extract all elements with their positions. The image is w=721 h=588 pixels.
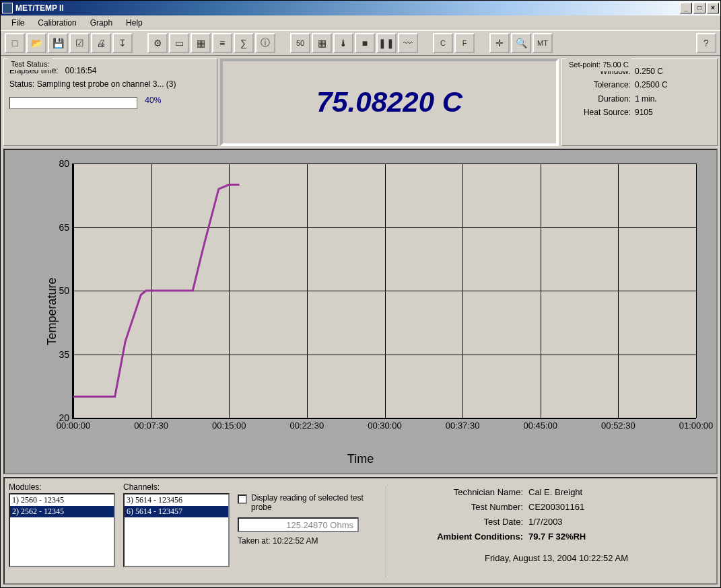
chart-ylabel: Temperature — [45, 277, 59, 345]
export-icon: ↧ — [118, 38, 127, 48]
chart-xtick: 00:07:30 — [134, 418, 168, 431]
test-status-title: Test Status: — [8, 59, 52, 70]
chart-xtick: 00:22:30 — [290, 418, 324, 431]
toolbar-thermo-button[interactable]: 🌡 — [333, 33, 353, 53]
grid-icon: ▦ — [318, 38, 327, 48]
progress-percent: 40% — [145, 96, 161, 105]
test-status-panel: Test Status: Elapsed time: 00:16:54 Stat… — [3, 59, 217, 146]
current-reading-value: 75.08220 C — [316, 86, 462, 118]
calc-icon: ∑ — [240, 38, 247, 48]
channels-label: Channels: — [123, 482, 230, 492]
progress-bar — [9, 97, 137, 109]
toolbar-zoom-button[interactable]: 🔍 — [511, 33, 531, 53]
test-info-column: Technician Name:Cal E. Breight Test Numb… — [401, 482, 712, 579]
heatsource-label: Heat Source: — [568, 106, 635, 119]
menu-help[interactable]: Help — [119, 17, 149, 29]
elapsed-value: 00:16:54 — [65, 66, 97, 75]
chart-xlabel: Time — [347, 452, 374, 466]
minimize-button[interactable]: _ — [680, 3, 692, 13]
pause-icon: ❚❚ — [378, 38, 394, 48]
titlebar: MET/TEMP II _ □ × — [1, 1, 720, 15]
setpoint-panel: Set-point: 75.00 C Window:0.250 C Tolera… — [561, 59, 718, 146]
toolbar-info-button[interactable]: ⓘ — [255, 33, 275, 53]
toolbar-strip-button[interactable]: ≡ — [212, 33, 232, 53]
toolbar-f-button[interactable]: F — [454, 33, 475, 53]
toolbar-print-button[interactable]: 🖨 — [91, 33, 111, 53]
testnumber-value: CE200301161 — [528, 500, 584, 515]
chart-ytick: 50 — [59, 285, 73, 296]
testnumber-label: Test Number: — [401, 500, 528, 515]
top-row: Test Status: Elapsed time: 00:16:54 Stat… — [3, 59, 718, 146]
menu-file[interactable]: File — [5, 17, 31, 29]
technician-value: Cal E. Breight — [528, 485, 582, 500]
config-icon: ⚙ — [153, 38, 162, 48]
thermo-icon: 🌡 — [339, 38, 348, 48]
toolbar-config-button[interactable]: ⚙ — [147, 33, 168, 53]
display-reading-checkbox[interactable] — [238, 494, 247, 504]
tray-icon: ▭ — [175, 38, 184, 48]
chart-ytick: 65 — [59, 222, 73, 233]
grid-s-icon: ▦ — [197, 38, 205, 48]
modules-listbox[interactable]: 1) 2560 - 123452) 2562 - 12345 — [9, 493, 115, 567]
testdate-label: Test Date: — [401, 515, 528, 529]
toolbar-pause-button[interactable]: ❚❚ — [376, 33, 397, 53]
status-text: Status: Sampling test probe on channel 3… — [9, 78, 211, 90]
save-icon: 💾 — [53, 38, 64, 48]
toolbar-mt-button[interactable]: MT — [533, 33, 553, 53]
duration-label: Duration: — [568, 92, 635, 106]
mt-icon: MT — [537, 39, 548, 47]
technician-label: Technician Name: — [401, 485, 528, 500]
toolbar-check-button[interactable]: ☑ — [69, 33, 90, 53]
toolbar-new-button[interactable]: □ — [5, 33, 25, 53]
open-icon: 📂 — [31, 38, 42, 48]
toolbar-tray-button[interactable]: ▭ — [169, 33, 189, 53]
chart-container: Temperature Time 203550658000:00:0000:07… — [3, 149, 718, 474]
window-title: MET/TEMP II — [15, 3, 679, 13]
display-reading-label: Display reading of selected test probe — [251, 493, 372, 512]
toolbar-stop-button[interactable]: ■ — [355, 33, 375, 53]
crosshair-icon: ✛ — [495, 38, 504, 48]
chart-xtick: 01:00:00 — [679, 418, 714, 431]
taken-at-value: 10:22:52 AM — [273, 536, 318, 546]
toolbar-save-button[interactable]: 💾 — [48, 33, 68, 53]
chart-xtick: 00:52:30 — [601, 418, 636, 431]
list-item[interactable]: 3) 5614 - 123456 — [125, 494, 228, 506]
modules-label: Modules: — [9, 482, 115, 492]
c-icon: C — [440, 39, 446, 47]
toolbar-help-button[interactable]: ? — [696, 33, 716, 53]
heatsource-value: 9105 — [635, 106, 653, 119]
toolbar-graph-button[interactable]: 〰 — [398, 33, 418, 53]
toolbar-crosshair-button[interactable]: ✛ — [489, 33, 510, 53]
chart-xtick: 00:30:00 — [368, 418, 402, 431]
stop-icon: ■ — [362, 38, 368, 48]
close-button[interactable]: × — [707, 3, 719, 13]
modules-column: Modules: 1) 2560 - 123452) 2562 - 12345 — [9, 482, 115, 579]
toolbar-grid-button[interactable]: ▦ — [312, 33, 332, 53]
channels-column: Channels: 3) 5614 - 1234566) 5614 - 1234… — [123, 482, 230, 579]
strip-icon: ≡ — [219, 38, 225, 48]
tolerance-value: 0.2500 C — [635, 78, 668, 91]
graph-icon: 〰 — [403, 38, 413, 48]
toolbar-calc-button[interactable]: ∑ — [234, 33, 254, 53]
probe-reading-column: Display reading of selected test probe 1… — [238, 482, 372, 579]
list-item[interactable]: 6) 5614 - 123457 — [125, 506, 228, 517]
timestamp: Friday, August 13, 2004 10:22:52 AM — [401, 551, 712, 566]
menu-calibration[interactable]: Calibration — [31, 17, 83, 29]
duration-value: 1 min. — [635, 92, 657, 106]
list-item[interactable]: 1) 2560 - 12345 — [10, 494, 114, 506]
ambient-value: 79.7 F 32%RH — [528, 529, 586, 544]
menu-graph[interactable]: Graph — [83, 17, 119, 29]
channels-listbox[interactable]: 3) 5614 - 1234566) 5614 - 123457 — [123, 493, 230, 567]
toolbar-fifty-button[interactable]: 50 — [290, 33, 310, 53]
print-icon: 🖨 — [96, 38, 106, 48]
toolbar-grid-s-button[interactable]: ▦ — [191, 33, 211, 53]
chart-line — [73, 163, 696, 418]
list-item[interactable]: 2) 2562 - 12345 — [10, 506, 114, 517]
toolbar-open-button[interactable]: 📂 — [26, 33, 46, 53]
app-icon — [2, 3, 13, 13]
maximize-button[interactable]: □ — [693, 3, 706, 13]
tolerance-label: Tolerance: — [568, 78, 635, 91]
chart-xtick: 00:00:00 — [57, 418, 91, 431]
toolbar-export-button[interactable]: ↧ — [112, 33, 133, 53]
toolbar-c-button[interactable]: C — [433, 33, 453, 53]
